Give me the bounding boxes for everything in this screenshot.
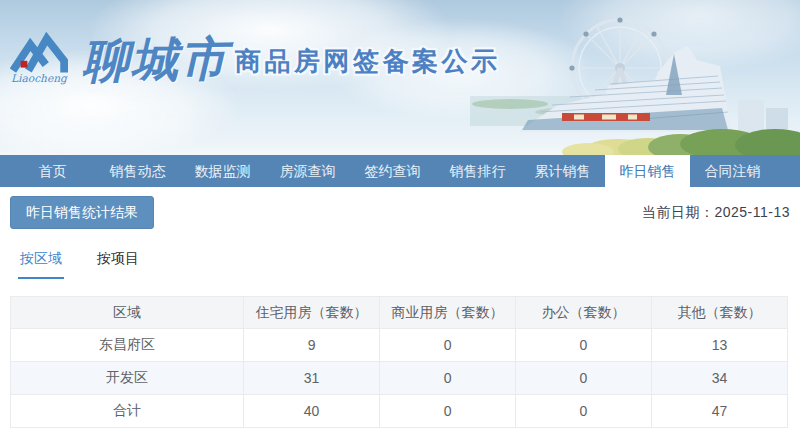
table-header-row: 区域 住宅用房（套数） 商业用房（套数） 办公（套数） 其他（套数） [11,297,788,329]
cell-residential: 40 [244,395,380,428]
liaocheng-logo-m-icon: Liaocheng [10,26,68,86]
nav-item-cumulative-sales[interactable]: 累计销售 [520,155,605,187]
current-date-value: 2025-11-13 [714,204,790,220]
cell-residential: 31 [244,362,380,395]
table-row-total: 合计 40 0 0 47 [11,395,788,428]
cell-office: 0 [516,362,652,395]
toolbar-row: 昨日销售统计结果 当前日期：2025-11-13 [10,196,790,229]
sales-by-region-table: 区域 住宅用房（套数） 商业用房（套数） 办公（套数） 其他（套数） 东昌府区 … [10,296,788,428]
column-header-other: 其他（套数） [652,297,788,329]
nav-item-data-monitor[interactable]: 数据监测 [180,155,265,187]
nav-item-sales-dynamics[interactable]: 销售动态 [95,155,180,187]
current-date: 当前日期：2025-11-13 [642,204,790,222]
nav-item-contract-cancel[interactable]: 合同注销 [690,155,775,187]
yesterday-sales-result-button[interactable]: 昨日销售统计结果 [10,196,154,229]
site-brand: Liaocheng 聊城市 商品房网签备案公示 [10,26,501,86]
current-date-label: 当前日期： [642,204,715,220]
nav-item-housing-query[interactable]: 房源查询 [265,155,350,187]
column-header-commercial: 商业用房（套数） [380,297,516,329]
cell-region: 合计 [11,395,244,428]
site-title-script: 聊城市 [82,33,230,88]
tab-by-project[interactable]: 按项目 [95,248,141,279]
table-row: 开发区 31 0 0 34 [11,362,788,395]
table-row: 东昌府区 9 0 0 13 [11,329,788,362]
cell-commercial: 0 [380,362,516,395]
cell-office: 0 [516,329,652,362]
column-header-office: 办公（套数） [516,297,652,329]
cell-other: 13 [652,329,788,362]
cell-office: 0 [516,395,652,428]
column-header-region: 区域 [11,297,244,329]
cell-region: 开发区 [11,362,244,395]
cell-commercial: 0 [380,329,516,362]
ferris-wheel-building-illustration [470,0,800,155]
view-tabs: 按区域 按项目 [18,248,790,279]
cell-region: 东昌府区 [11,329,244,362]
nav-item-sales-ranking[interactable]: 销售排行 [435,155,520,187]
cell-other: 47 [652,395,788,428]
cell-commercial: 0 [380,395,516,428]
tab-by-region[interactable]: 按区域 [18,248,64,279]
site-title-main: 商品房网签备案公示 [229,44,501,86]
nav-item-home[interactable]: 首页 [10,155,95,187]
main-content: 昨日销售统计结果 当前日期：2025-11-13 按区域 按项目 区域 住宅用房… [0,196,800,428]
column-header-residential: 住宅用房（套数） [244,297,380,329]
main-nav: 首页 销售动态 数据监测 房源查询 签约查询 销售排行 累计销售 昨日销售 合同… [0,155,800,187]
nav-item-yesterday-sales[interactable]: 昨日销售 [605,155,690,187]
cell-other: 34 [652,362,788,395]
site-banner: Liaocheng 聊城市 商品房网签备案公示 [0,0,800,155]
nav-item-contract-query[interactable]: 签约查询 [350,155,435,187]
logo-text: Liaocheng [11,72,68,85]
cell-residential: 9 [244,329,380,362]
